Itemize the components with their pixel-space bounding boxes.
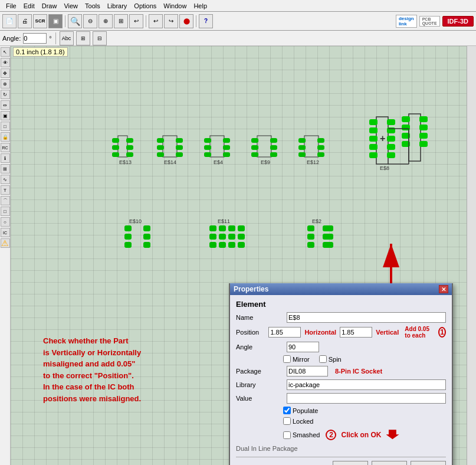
idf3d-button[interactable]: IDF-3D bbox=[442, 16, 474, 27]
menu-tools[interactable]: Tools bbox=[81, 2, 104, 9]
layer-btn[interactable]: ⊞ bbox=[76, 31, 90, 45]
text-tool-btn[interactable]: Abc bbox=[60, 31, 74, 45]
info-bar: 0.1 inch (1.8 1.8) bbox=[13, 47, 68, 57]
cancel-button[interactable]: Cancel bbox=[372, 461, 407, 465]
vertical-scrollbar[interactable] bbox=[467, 46, 476, 465]
menu-view[interactable]: View bbox=[60, 2, 81, 9]
new-btn[interactable]: 📄 bbox=[2, 14, 17, 28]
rect-tool[interactable]: □ bbox=[1, 207, 10, 216]
populate-checkbox[interactable] bbox=[283, 407, 291, 414]
left-toolbar: ↖ 👁 ✥ ⊕ ↻ ⇔ ▣ □ 🔒 RC ℹ ⊞ ∿ T ⌒ □ ○ IC ⚠ bbox=[0, 46, 11, 465]
rotate-tool[interactable]: ↻ bbox=[1, 90, 10, 99]
element-section-title: Element bbox=[236, 300, 446, 309]
zoom-out-btn[interactable]: ⊖ bbox=[83, 14, 97, 28]
svg-rect-4 bbox=[126, 138, 133, 143]
menu-file[interactable]: File bbox=[2, 2, 20, 9]
position-h-input[interactable] bbox=[268, 327, 301, 338]
svg-rect-45 bbox=[369, 152, 377, 158]
value-row: Value bbox=[236, 393, 446, 404]
svg-text:E$12: E$12 bbox=[307, 159, 319, 165]
menu-edit[interactable]: Edit bbox=[20, 2, 38, 9]
zoom-fit-btn[interactable]: ⊕ bbox=[99, 14, 113, 28]
ok-button[interactable]: OK bbox=[333, 461, 368, 465]
zoom-in-btn[interactable]: 🔍 bbox=[68, 14, 82, 28]
annotation-text: Check whether the Part is Vertically or … bbox=[43, 335, 220, 405]
apply-button[interactable]: Apply bbox=[411, 461, 446, 465]
svg-rect-21 bbox=[223, 145, 230, 150]
open-btn[interactable]: ▣ bbox=[48, 14, 63, 28]
ungroup-tool[interactable]: □ bbox=[1, 122, 10, 131]
script-btn[interactable]: SCR bbox=[33, 14, 47, 28]
pin-tool[interactable]: ⊞ bbox=[1, 164, 10, 173]
locked-checkbox[interactable] bbox=[283, 417, 291, 425]
position-row: Position Horizontal Vertical Add 0.05 to… bbox=[236, 326, 446, 339]
print-btn[interactable]: 🖨 bbox=[18, 14, 32, 28]
move-tool[interactable]: ✥ bbox=[1, 68, 10, 78]
net-tool[interactable]: RC bbox=[1, 143, 10, 152]
angle-value-input[interactable] bbox=[287, 342, 319, 352]
svg-rect-71 bbox=[143, 242, 150, 248]
smashed-checkbox[interactable] bbox=[283, 431, 291, 439]
svg-rect-75 bbox=[209, 242, 216, 248]
lock-tool[interactable]: 🔒 bbox=[1, 132, 10, 142]
svg-rect-33 bbox=[298, 138, 306, 143]
position-v-input[interactable] bbox=[340, 327, 372, 338]
angle-input[interactable] bbox=[23, 33, 47, 44]
zoom-select-btn[interactable]: ⊞ bbox=[114, 14, 128, 28]
position-label: Position bbox=[236, 329, 265, 336]
menu-help[interactable]: Help bbox=[190, 2, 211, 9]
dual-row: Dual In Line Package bbox=[236, 445, 446, 452]
mirror-checkbox[interactable] bbox=[283, 355, 291, 363]
mirror-tool[interactable]: ⇔ bbox=[1, 100, 10, 110]
package-desc: 8-Pin IC Socket bbox=[335, 368, 382, 375]
svg-rect-26 bbox=[251, 145, 258, 150]
value-input[interactable] bbox=[287, 393, 446, 404]
angle-row: Angle bbox=[236, 342, 446, 352]
menu-draw[interactable]: Draw bbox=[38, 2, 61, 9]
svg-rect-43 bbox=[369, 136, 377, 142]
menu-window[interactable]: Window bbox=[160, 2, 190, 9]
arc-tool[interactable]: ⌒ bbox=[1, 196, 10, 205]
svg-rect-1 bbox=[112, 138, 119, 143]
zoom-last-btn[interactable]: ↩ bbox=[129, 14, 143, 28]
text-tool[interactable]: T bbox=[1, 185, 10, 195]
spin-checkbox[interactable] bbox=[319, 355, 327, 363]
svg-rect-9 bbox=[157, 138, 164, 143]
info-tool[interactable]: ℹ bbox=[1, 153, 10, 163]
svg-rect-30 bbox=[270, 152, 277, 157]
svg-rect-59 bbox=[419, 125, 428, 130]
warning-icon: ⚠ bbox=[1, 238, 10, 248]
svg-rect-84 bbox=[238, 242, 245, 248]
svg-rect-16 bbox=[210, 136, 224, 157]
package-value-input[interactable] bbox=[287, 366, 328, 376]
designlink-logo: designlink bbox=[396, 15, 417, 28]
help-btn[interactable]: ? bbox=[199, 14, 213, 28]
dialog-titlebar: Properties ✕ bbox=[230, 283, 452, 295]
circle-tool[interactable]: ○ bbox=[1, 217, 10, 227]
redo-btn[interactable]: ↪ bbox=[164, 14, 178, 28]
stop-btn[interactable]: ⬤ bbox=[179, 14, 193, 28]
pointer-tool[interactable]: ↖ bbox=[1, 47, 10, 57]
sep3 bbox=[196, 15, 196, 27]
wire-tool[interactable]: ∿ bbox=[1, 175, 10, 184]
undo-btn[interactable]: ↩ bbox=[149, 14, 163, 28]
click-ok-note: Click on OK bbox=[341, 431, 381, 439]
svg-rect-12 bbox=[176, 138, 183, 143]
menu-options[interactable]: Options bbox=[130, 2, 160, 9]
svg-rect-37 bbox=[317, 145, 324, 150]
dialog-close-button[interactable]: ✕ bbox=[439, 285, 448, 293]
svg-rect-87 bbox=[307, 234, 314, 240]
component-tool[interactable]: IC bbox=[1, 228, 10, 237]
svg-rect-68 bbox=[124, 242, 132, 248]
svg-text:E$10: E$10 bbox=[129, 218, 142, 224]
group-tool[interactable]: ▣ bbox=[1, 111, 10, 120]
svg-rect-73 bbox=[209, 225, 216, 231]
svg-text:+: + bbox=[380, 133, 385, 143]
dialog-title: Properties bbox=[234, 285, 268, 293]
library-input[interactable] bbox=[287, 379, 446, 390]
layer2-btn[interactable]: ⊟ bbox=[93, 31, 107, 45]
copy-tool[interactable]: ⊕ bbox=[1, 79, 10, 89]
eye-tool[interactable]: 👁 bbox=[1, 58, 10, 67]
name-input[interactable] bbox=[287, 312, 446, 323]
menu-library[interactable]: Library bbox=[104, 2, 131, 9]
